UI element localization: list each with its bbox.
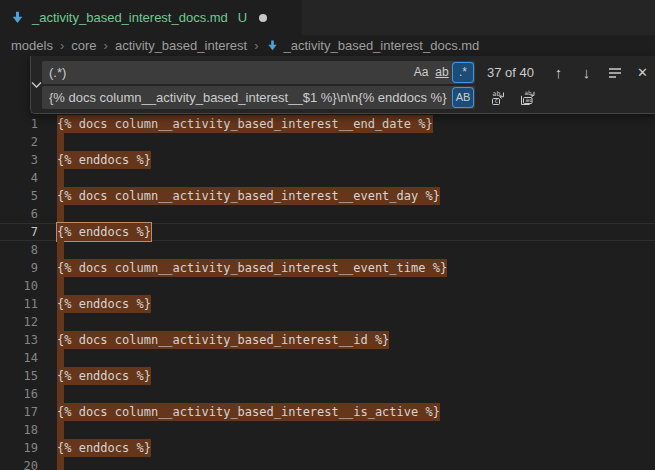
line-number: 11 bbox=[0, 295, 38, 313]
svg-text:ac: ac bbox=[525, 97, 532, 103]
match-case-toggle[interactable]: Aa bbox=[411, 63, 431, 82]
replace-button[interactable]: ab c bbox=[488, 87, 510, 109]
selection-lines-icon bbox=[608, 66, 622, 79]
editor-line[interactable]: 9{% docs column__activity_based_interest… bbox=[0, 259, 655, 277]
breadcrumb-item-file[interactable]: _activity_based_interest_docs.md bbox=[284, 38, 480, 53]
line-number: 12 bbox=[0, 313, 38, 331]
editor-line[interactable]: 2 bbox=[0, 133, 655, 151]
editor-line[interactable]: 13{% docs column__activity_based_interes… bbox=[0, 331, 655, 349]
line-number: 5 bbox=[0, 187, 38, 205]
line-number: 4 bbox=[0, 169, 38, 187]
find-match-highlight: {% enddocs %} bbox=[57, 367, 151, 385]
replace-icon: ab c bbox=[491, 90, 507, 106]
toggle-replace-button[interactable] bbox=[31, 56, 42, 113]
line-number: 9 bbox=[0, 259, 38, 277]
line-number: 8 bbox=[0, 241, 38, 259]
find-match-highlight: {% docs column__activity_based_interest_… bbox=[57, 187, 440, 205]
arrow-up-icon: ↑ bbox=[555, 64, 563, 81]
line-number: 10 bbox=[0, 277, 38, 295]
svg-text:c: c bbox=[494, 97, 498, 105]
find-match-highlight bbox=[57, 313, 64, 331]
next-match-button[interactable]: ↓ bbox=[576, 62, 597, 83]
arrow-down-icon: ↓ bbox=[583, 64, 591, 81]
replace-input-box: AB bbox=[42, 86, 475, 109]
find-match-highlight: {% docs column__activity_based_interest_… bbox=[57, 259, 447, 277]
git-status-badge: U bbox=[238, 10, 247, 25]
tab-active-file[interactable]: _activity_based_interest_docs.md U bbox=[0, 0, 302, 35]
editor-pane[interactable]: 1{% docs column__activity_based_interest… bbox=[0, 56, 655, 470]
find-match-highlight bbox=[57, 169, 64, 187]
editor-line[interactable]: 18 bbox=[0, 421, 655, 439]
editor-line[interactable]: 8 bbox=[0, 241, 655, 259]
editor-line[interactable]: 6 bbox=[0, 205, 655, 223]
editor-lines: 1{% docs column__activity_based_interest… bbox=[0, 115, 655, 470]
editor-line[interactable]: 1{% docs column__activity_based_interest… bbox=[0, 115, 655, 133]
regex-toggle[interactable]: .* bbox=[453, 63, 473, 82]
line-number: 19 bbox=[0, 439, 38, 457]
find-match-highlight: {% docs column__activity_based_interest_… bbox=[57, 331, 389, 349]
line-number: 15 bbox=[0, 367, 38, 385]
close-icon: ✕ bbox=[637, 65, 648, 80]
find-match-highlight bbox=[57, 241, 64, 259]
editor-line[interactable]: 17{% docs column__activity_based_interes… bbox=[0, 403, 655, 421]
markdown-file-icon bbox=[10, 10, 25, 25]
find-match-highlight bbox=[57, 205, 64, 223]
find-match-highlight: {% enddocs %} bbox=[57, 439, 151, 457]
tab-bar: _activity_based_interest_docs.md U bbox=[0, 0, 655, 35]
breadcrumb: models › core › activity_based_interest … bbox=[0, 35, 655, 56]
previous-match-button[interactable]: ↑ bbox=[548, 62, 569, 83]
line-number: 6 bbox=[0, 205, 38, 223]
breadcrumb-separator-icon: › bbox=[104, 38, 108, 53]
find-match-highlight: {% enddocs %} bbox=[57, 223, 151, 241]
find-in-selection-button[interactable] bbox=[604, 62, 625, 83]
find-match-highlight bbox=[57, 277, 64, 295]
find-match-highlight bbox=[57, 133, 64, 151]
line-number: 14 bbox=[0, 349, 38, 367]
breadcrumb-item-models[interactable]: models bbox=[11, 38, 53, 53]
editor-line[interactable]: 10 bbox=[0, 277, 655, 295]
find-match-highlight bbox=[57, 421, 64, 439]
line-number: 13 bbox=[0, 331, 38, 349]
find-match-highlight bbox=[57, 385, 64, 403]
line-number: 7 bbox=[0, 223, 38, 241]
vscode-window: _activity_based_interest_docs.md U model… bbox=[0, 0, 655, 470]
find-match-highlight bbox=[57, 349, 64, 367]
find-match-highlight: {% docs column__activity_based_interest_… bbox=[57, 403, 440, 421]
editor-line[interactable]: 12 bbox=[0, 313, 655, 331]
find-match-highlight: {% enddocs %} bbox=[57, 151, 151, 169]
match-count: 37 of 40 bbox=[487, 65, 541, 80]
editor-line[interactable]: 14 bbox=[0, 349, 655, 367]
find-match-highlight: {% docs column__activity_based_interest_… bbox=[57, 115, 433, 133]
replace-all-button[interactable]: ab ac bbox=[517, 87, 539, 109]
find-match-highlight: {% enddocs %} bbox=[57, 295, 151, 313]
preserve-case-toggle[interactable]: AB bbox=[453, 88, 473, 107]
editor-line[interactable]: 20 bbox=[0, 457, 655, 470]
editor-line[interactable]: 3{% enddocs %} bbox=[0, 151, 655, 169]
replace-all-icon: ab ac bbox=[520, 90, 536, 106]
editor-line[interactable]: 7{% enddocs %} bbox=[0, 223, 655, 241]
line-number: 16 bbox=[0, 385, 38, 403]
replace-input[interactable] bbox=[49, 90, 452, 105]
editor-line[interactable]: 5{% docs column__activity_based_interest… bbox=[0, 187, 655, 205]
markdown-file-icon bbox=[266, 39, 279, 52]
line-number: 18 bbox=[0, 421, 38, 439]
editor-line[interactable]: 19{% enddocs %} bbox=[0, 439, 655, 457]
editor-line[interactable]: 4 bbox=[0, 169, 655, 187]
find-replace-widget: Aa ab .* 37 of 40 ↑ ↓ ✕ AB bbox=[30, 56, 655, 114]
breadcrumb-separator-icon: › bbox=[60, 38, 64, 53]
editor-line[interactable]: 16 bbox=[0, 385, 655, 403]
line-number: 2 bbox=[0, 133, 38, 151]
editor-line[interactable]: 11{% enddocs %} bbox=[0, 295, 655, 313]
close-find-widget-button[interactable]: ✕ bbox=[632, 62, 653, 83]
breadcrumb-item-folder[interactable]: activity_based_interest bbox=[115, 38, 247, 53]
editor-line[interactable]: 15{% enddocs %} bbox=[0, 367, 655, 385]
line-number: 3 bbox=[0, 151, 38, 169]
chevron-down-icon bbox=[31, 81, 42, 89]
breadcrumb-item-core[interactable]: core bbox=[71, 38, 96, 53]
find-input-box: Aa ab .* bbox=[42, 61, 475, 84]
whole-word-toggle[interactable]: ab bbox=[432, 63, 452, 82]
find-match-highlight bbox=[57, 457, 64, 470]
find-input[interactable] bbox=[49, 65, 410, 80]
breadcrumb-separator-icon: › bbox=[254, 38, 258, 53]
modified-dot-icon[interactable] bbox=[259, 14, 267, 22]
